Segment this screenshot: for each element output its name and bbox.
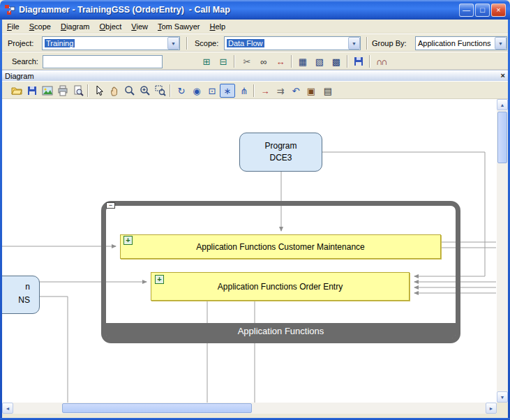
infinity-edge-button[interactable]: ∞: [256, 54, 271, 68]
diagram-canvas[interactable]: Application Functions − Program DCE3 n N…: [2, 99, 497, 403]
scope-combobox[interactable]: Data Flow ▼: [224, 36, 361, 50]
tree-layout-button[interactable]: ⋔: [237, 84, 252, 98]
open-button[interactable]: [9, 84, 24, 98]
menu-tom-sawyer[interactable]: Tom Sawyer: [153, 20, 205, 33]
pan-tool-button[interactable]: [107, 84, 122, 98]
goto-button[interactable]: →: [257, 84, 273, 98]
group-collapse-toggle[interactable]: −: [106, 202, 115, 209]
menu-object[interactable]: Object: [95, 20, 127, 33]
properties-button[interactable]: ▤: [320, 84, 336, 98]
diagram-toolbar: ↻ ◉ ⊡ ∗ ⋔ → ⇉ ↶ ▣ ▤: [2, 81, 508, 99]
trace-button[interactable]: ⇉: [273, 84, 288, 98]
collapse-node-button[interactable]: ⊟: [216, 54, 231, 68]
menu-view[interactable]: View: [126, 20, 153, 33]
right-arrow-icon: ►: [489, 406, 494, 411]
expand-toggle-order-entry[interactable]: +: [155, 275, 164, 284]
horizontal-scroll-thumb[interactable]: [62, 403, 252, 413]
cut-icon: ✂: [243, 57, 251, 66]
zoom-area-button[interactable]: [153, 84, 168, 98]
maximize-button[interactable]: □: [475, 3, 490, 17]
print-preview-icon: [73, 85, 84, 96]
zoom-tool-button[interactable]: [122, 84, 137, 98]
menu-scope[interactable]: Scope: [24, 20, 56, 33]
package-button[interactable]: ▣: [303, 84, 319, 98]
trace-icon: ⇉: [277, 87, 285, 96]
orthogonal-layout-button[interactable]: ⊡: [204, 84, 220, 98]
scroll-up-button[interactable]: ▲: [497, 99, 508, 110]
node-order-entry[interactable]: Application Functions Order Entry: [151, 272, 410, 301]
separator: [369, 55, 370, 68]
span-button[interactable]: ↔: [273, 54, 288, 68]
window-border-left: [0, 20, 2, 420]
node-left-partial[interactable]: n NS: [2, 276, 40, 314]
node-label: Application Functions Customer Maintenan…: [196, 242, 364, 252]
save-button[interactable]: [24, 84, 40, 98]
group-label: Application Functions: [238, 326, 324, 336]
scope-label: Scope:: [195, 39, 218, 47]
menu-diagram[interactable]: Diagram: [56, 20, 95, 33]
app-window: Diagrammer - TrainingGSS (OrderEntry) - …: [0, 0, 510, 420]
panel-close-icon[interactable]: ×: [501, 71, 505, 80]
select-tool-button[interactable]: [91, 84, 107, 98]
separator: [170, 84, 171, 97]
vertical-scroll-thumb[interactable]: [497, 112, 507, 163]
minimize-button[interactable]: —: [459, 3, 474, 17]
scroll-left-button[interactable]: ◄: [2, 403, 13, 414]
printer-icon: [57, 85, 68, 96]
print-button[interactable]: [55, 84, 70, 98]
export-image-button[interactable]: [40, 84, 55, 98]
save-icon: [27, 85, 38, 96]
left-arrow-icon: ◄: [6, 406, 10, 411]
symmetric-layout-button[interactable]: ◉: [189, 84, 204, 98]
collapse-node-icon: ⊟: [220, 57, 227, 66]
save-icon: [353, 56, 364, 67]
node-label: DCE3: [240, 152, 322, 164]
print-preview-button[interactable]: [70, 84, 86, 98]
chevron-down-icon: ▼: [498, 41, 503, 46]
separator: [253, 84, 255, 97]
group-label-bar: Application Functions: [106, 323, 456, 338]
project-combobox[interactable]: Training ▼: [42, 36, 180, 50]
group-by-label: Group By:: [372, 39, 407, 47]
node-label: Application Functions Order Entry: [218, 282, 343, 292]
separator: [347, 55, 348, 68]
undo-button[interactable]: ↶: [288, 84, 303, 98]
vertical-scrollbar[interactable]: ▲ ▼: [497, 99, 508, 403]
scrollbar-corner: [497, 403, 508, 414]
group-by-dropdown-button[interactable]: ▼: [495, 37, 507, 50]
relayout-button[interactable]: ↻: [174, 84, 189, 98]
project-value: Training: [43, 39, 167, 47]
scroll-down-button[interactable]: ▼: [497, 391, 508, 403]
grid-edit-button[interactable]: ▧: [312, 54, 327, 68]
grid-history-button[interactable]: ▩: [329, 54, 344, 68]
chevron-down-icon: ▼: [171, 41, 176, 46]
save-results-button[interactable]: [351, 54, 366, 68]
force-layout-button[interactable]: ∗: [220, 84, 235, 98]
filter-toolbar: Project: Training ▼ Scope: Data Flow ▼ G…: [2, 33, 508, 52]
infinity-edge-icon: ∞: [260, 57, 267, 66]
span-icon: ↔: [276, 57, 285, 66]
scroll-right-button[interactable]: ►: [486, 403, 497, 414]
scope-dropdown-button[interactable]: ▼: [348, 37, 360, 50]
magnifier-icon: [124, 85, 135, 96]
node-customer-maintenance[interactable]: Application Functions Customer Maintenan…: [120, 234, 441, 259]
menu-file[interactable]: File: [2, 20, 24, 33]
zoom-in-button[interactable]: [137, 84, 153, 98]
project-label: Project:: [8, 39, 33, 47]
title-bar[interactable]: Diagrammer - TrainingGSS (OrderEntry) - …: [0, 0, 510, 20]
menu-help[interactable]: Help: [205, 20, 231, 33]
search-input[interactable]: [43, 55, 163, 68]
grid-view-button[interactable]: ▦: [295, 54, 310, 68]
horizontal-scrollbar[interactable]: ◄ ►: [2, 403, 497, 414]
cut-button[interactable]: ✂: [239, 54, 255, 68]
node-program-dce3[interactable]: Program DCE3: [239, 133, 322, 172]
expand-node-button[interactable]: ⊞: [199, 54, 214, 68]
project-dropdown-button[interactable]: ▼: [167, 37, 179, 50]
group-by-combobox[interactable]: Application Functions ▼: [415, 36, 507, 50]
expand-toggle-customer[interactable]: +: [123, 236, 133, 245]
grid-history-icon: ▩: [332, 57, 340, 66]
stamp-icon: ▤: [324, 87, 332, 96]
legend-button[interactable]: ∩∩: [373, 54, 389, 68]
close-button[interactable]: ×: [491, 3, 506, 17]
zoom-area-icon: [155, 85, 166, 96]
